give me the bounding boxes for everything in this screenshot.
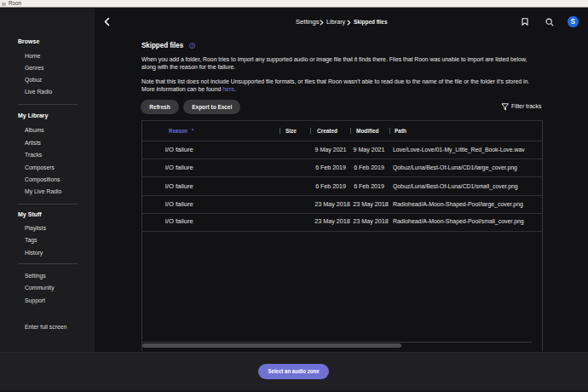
svg-text:?: ? xyxy=(191,43,193,48)
